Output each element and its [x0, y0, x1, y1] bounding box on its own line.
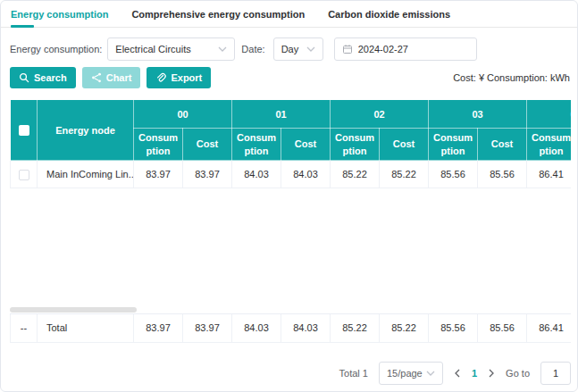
total-row-wrap: -- Total83.9783.9784.0384.0385.2285.2285… [10, 313, 571, 343]
total-table: -- Total83.9783.9784.0384.0385.2285.2285… [10, 314, 571, 343]
prev-page-button[interactable] [454, 369, 461, 378]
chevron-down-icon [426, 371, 435, 376]
hour-group-header-01: 01 [232, 100, 331, 129]
row-checkbox[interactable] [19, 170, 29, 180]
share-chart-icon [91, 72, 102, 83]
pagination: Total 1 15/page 1 Go to [339, 362, 571, 385]
cost-header-00: Cost [183, 129, 232, 161]
table-scroll-viewport: Energy node0001020304ConsumptionCostCons… [10, 99, 571, 306]
period-select[interactable]: Day [273, 38, 323, 61]
consumption-header-03: Consumption [429, 129, 478, 161]
date-value: 2024-02-27 [358, 44, 408, 54]
select-all-cell[interactable] [11, 100, 38, 161]
energy-consumption-panel: Energy consumption Comprehensive energy … [0, 0, 578, 392]
page-size-value: 15/page [387, 368, 423, 379]
select-all-checkbox[interactable] [19, 125, 29, 136]
search-button[interactable]: Search [10, 67, 76, 88]
page-number-1[interactable]: 1 [472, 368, 477, 379]
total-label: Total [38, 314, 134, 342]
goto-label: Go to [506, 368, 530, 379]
date-picker[interactable]: 2024-02-27 [334, 38, 477, 61]
cost-value: 85.56 [478, 161, 527, 188]
export-button[interactable]: Export [147, 67, 211, 88]
energy-table: Energy node0001020304ConsumptionCostCons… [10, 99, 571, 188]
hour-group-header-03: 03 [429, 100, 527, 129]
hour-group-header-00: 00 [134, 100, 232, 129]
toolbar: Search Chart Export Cost: ¥ Consumption:… [10, 67, 570, 88]
energy-type-value: Electrical Circuits [115, 44, 190, 54]
table-row: Main InComing Lin...83.9783.9784.0384.03… [11, 161, 572, 188]
consumption-value: 86.41 [527, 161, 572, 188]
total-prefix: -- [11, 314, 38, 342]
row-select-cell[interactable] [11, 161, 38, 188]
consumption-value: 83.97 [134, 161, 183, 188]
total-value: 84.03 [232, 314, 281, 342]
pagination-total: Total 1 [339, 368, 368, 379]
cost-header-02: Cost [380, 129, 429, 161]
energy-type-select[interactable]: Electrical Circuits [107, 38, 235, 61]
search-button-label: Search [34, 72, 67, 83]
hour-group-header-02: 02 [331, 100, 429, 129]
cost-value: 83.97 [183, 161, 232, 188]
tab-comprehensive-energy-consumption[interactable]: Comprehensive energy consumption [131, 1, 305, 28]
consumption-header-01: Consumption [232, 129, 281, 161]
export-button-label: Export [171, 72, 202, 83]
total-row: -- Total83.9783.9784.0384.0385.2285.2285… [11, 314, 572, 342]
consumption-header-00: Consumption [134, 129, 183, 161]
total-value: 85.22 [380, 314, 429, 342]
tab-bar: Energy consumption Comprehensive energy … [1, 1, 577, 28]
search-icon [19, 72, 29, 83]
cost-value: 84.03 [281, 161, 331, 188]
cost-header-01: Cost [281, 129, 331, 161]
units-legend: Cost: ¥ Consumption: kWh [453, 72, 570, 83]
goto-page-input[interactable] [540, 362, 571, 385]
energy-table-area: Energy node0001020304ConsumptionCostCons… [10, 99, 571, 343]
chart-button[interactable]: Chart [82, 67, 141, 88]
calendar-icon [342, 44, 353, 54]
page-size-select[interactable]: 15/page [379, 362, 443, 385]
total-value: 86.41 [527, 314, 572, 342]
total-value: 85.56 [429, 314, 478, 342]
total-value: 83.97 [183, 314, 232, 342]
consumption-value: 85.22 [331, 161, 380, 188]
total-value: 85.22 [331, 314, 380, 342]
consumption-value: 85.56 [429, 161, 478, 188]
paperclip-icon [155, 72, 166, 83]
consumption-header-02: Consumption [331, 129, 380, 161]
cost-value: 85.22 [380, 161, 429, 188]
tab-energy-consumption[interactable]: Energy consumption [11, 1, 108, 28]
horizontal-scrollbar-thumb[interactable] [10, 307, 137, 313]
energy-node-name: Main InComing Lin... [38, 161, 134, 188]
chevron-down-icon [306, 46, 315, 52]
date-label: Date: [241, 44, 264, 54]
period-value: Day [281, 44, 299, 54]
consumption-header-04: Consumption [527, 129, 572, 161]
chart-button-label: Chart [106, 72, 132, 83]
total-value: 84.03 [281, 314, 331, 342]
consumption-value: 84.03 [232, 161, 281, 188]
total-value: 83.97 [134, 314, 183, 342]
horizontal-scrollbar-track [10, 306, 571, 313]
energy-consumption-label: Energy consumption: [10, 44, 102, 54]
chevron-left-icon [454, 369, 461, 378]
hour-group-header-04: 04 [527, 100, 572, 129]
total-value: 85.56 [478, 314, 527, 342]
next-page-button[interactable] [488, 369, 495, 378]
cost-header-03: Cost [478, 129, 527, 161]
energy-node-header: Energy node [38, 100, 134, 161]
filter-row: Energy consumption: Electrical Circuits … [10, 38, 477, 61]
tab-carbon-dioxide-emissions[interactable]: Carbon dioxide emissions [328, 1, 450, 28]
chevron-down-icon [218, 46, 227, 52]
chevron-right-icon [488, 369, 495, 378]
